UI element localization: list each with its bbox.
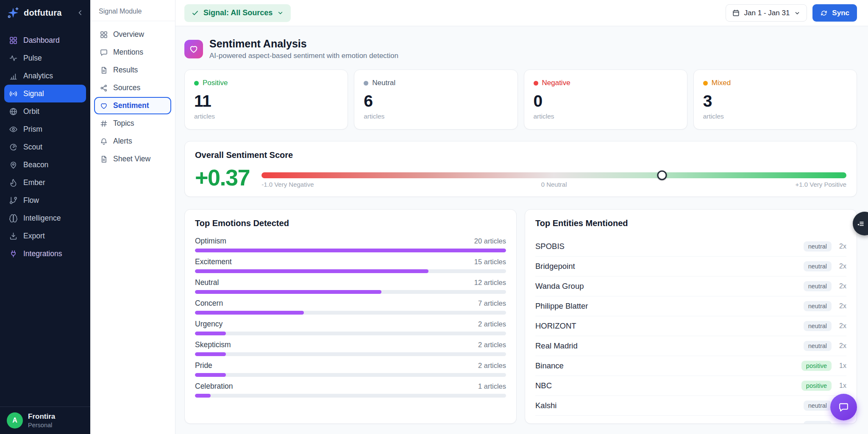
sidebar-item-beacon[interactable]: Beacon xyxy=(4,156,86,174)
stat-value: 3 xyxy=(703,92,847,111)
primary-nav: DashboardPulseAnalyticsSignalOrbitPrismS… xyxy=(0,25,90,268)
neutral-dot-icon xyxy=(364,81,368,86)
sentiment-stats-row: Positive11articlesNeutral6articlesNegati… xyxy=(184,69,857,130)
stat-card-positive: Positive11articles xyxy=(184,69,348,130)
module-item-sentiment[interactable]: Sentiment xyxy=(94,97,171,114)
stat-value: 0 xyxy=(534,92,678,111)
emotion-count: 7 articles xyxy=(478,299,506,307)
sidebar-item-analytics[interactable]: Analytics xyxy=(4,67,86,85)
emotion-row-concern: Concern7 articles xyxy=(195,299,506,315)
entity-name: Wanda Group xyxy=(535,282,584,291)
sheet-view-icon xyxy=(100,155,108,163)
sidebar-item-flow[interactable]: Flow xyxy=(4,191,86,209)
sidebar-item-label: Ember xyxy=(23,178,45,187)
beacon-icon xyxy=(9,160,18,169)
emotion-label: Skepticism xyxy=(195,340,231,349)
sentiment-badge: neutral xyxy=(804,421,832,424)
sidebar-item-intelligence[interactable]: Intelligence xyxy=(4,209,86,227)
module-item-topics[interactable]: Topics xyxy=(94,115,171,132)
top-emotions-card: Top Emotions Detected Optimism20 article… xyxy=(184,209,517,424)
dotfutura-logo-icon xyxy=(7,6,19,19)
app-name: dotfutura xyxy=(24,8,72,18)
page-title: Sentiment Analysis xyxy=(209,38,398,50)
page-subtitle: AI-powered aspect-based sentiment with e… xyxy=(209,52,398,60)
intelligence-icon xyxy=(9,214,18,223)
emotion-label: Excitement xyxy=(195,257,232,266)
sync-button[interactable]: Sync xyxy=(812,4,857,22)
emotion-bar-fill xyxy=(195,311,304,315)
alerts-icon xyxy=(100,137,108,146)
module-item-results[interactable]: Results xyxy=(94,61,171,79)
content: Sentiment Analysis AI-powered aspect-bas… xyxy=(175,26,868,424)
signal-icon xyxy=(9,89,18,98)
sidebar-item-label: Intelligence xyxy=(23,214,61,223)
stat-unit: articles xyxy=(534,113,678,120)
entity-name: SPOBIS xyxy=(535,242,565,251)
sentiment-scale: -1.0 Very Negative 0 Neutral +1.0 Very P… xyxy=(262,172,846,188)
date-range-select[interactable]: Jan 1 - Jan 31 xyxy=(726,4,807,22)
sidebar-item-label: Analytics xyxy=(23,72,53,80)
module-item-label: Topics xyxy=(113,119,134,128)
collapse-sidebar-button[interactable] xyxy=(76,8,84,17)
stat-label: Mixed xyxy=(712,79,731,87)
chat-icon xyxy=(838,401,849,413)
sidebar-item-pulse[interactable]: Pulse xyxy=(4,49,86,67)
sentiment-badge: neutral xyxy=(804,261,832,271)
chevron-down-icon xyxy=(277,9,284,17)
sidebar-item-orbit[interactable]: Orbit xyxy=(4,102,86,120)
sidebar-item-label: Export xyxy=(23,232,45,240)
scale-labels: -1.0 Very Negative 0 Neutral +1.0 Very P… xyxy=(262,181,846,188)
sidebar-item-label: Flow xyxy=(23,196,39,205)
sidebar-item-integrations[interactable]: Integrations xyxy=(4,245,86,263)
avatar: A xyxy=(7,412,23,428)
emotion-bar-track xyxy=(195,290,506,294)
sidebar-item-signal[interactable]: Signal xyxy=(4,85,86,102)
scale-max-label: +1.0 Very Positive xyxy=(796,181,846,188)
emotions-title: Top Emotions Detected xyxy=(195,218,506,228)
date-range-label: Jan 1 - Jan 31 xyxy=(744,9,790,17)
user-profile[interactable]: A Frontira Personal xyxy=(0,406,90,434)
stat-card-mixed: Mixed3articles xyxy=(693,69,857,130)
topbar: Signal: All Sources Jan 1 - Jan 31 Sync xyxy=(175,0,868,26)
module-item-mentions[interactable]: Mentions xyxy=(94,44,171,61)
emotion-label: Optimism xyxy=(195,237,226,246)
emotion-row-skepticism: Skepticism2 articles xyxy=(195,340,506,356)
sidebar-item-export[interactable]: Export xyxy=(4,227,86,245)
sidebar-item-label: Prism xyxy=(23,125,42,134)
source-filter-chip[interactable]: Signal: All Sources xyxy=(184,4,291,22)
sync-label: Sync xyxy=(832,9,849,17)
check-icon xyxy=(191,9,199,17)
module-item-sources[interactable]: Sources xyxy=(94,79,171,97)
module-item-overview[interactable]: Overview xyxy=(94,26,171,43)
chat-fab[interactable] xyxy=(830,394,857,420)
emotion-count: 2 articles xyxy=(478,362,506,370)
sentiment-badge: positive xyxy=(801,361,832,371)
module-item-label: Sheet View xyxy=(113,155,150,163)
page-header: Sentiment Analysis AI-powered aspect-bas… xyxy=(184,38,857,60)
emotion-bar-fill xyxy=(195,332,226,335)
sentiment-badge: neutral xyxy=(804,321,832,331)
sidebar-item-prism[interactable]: Prism xyxy=(4,120,86,138)
stat-unit: articles xyxy=(703,113,847,120)
emotion-bar-fill xyxy=(195,373,226,377)
sidebar-item-dashboard[interactable]: Dashboard xyxy=(4,31,86,49)
source-filter-label: Signal: All Sources xyxy=(203,8,273,17)
overall-score-title: Overall Sentiment Score xyxy=(195,150,846,160)
mentions-icon xyxy=(100,48,108,57)
score-slider-knob[interactable] xyxy=(657,171,667,180)
sidebar-item-label: Pulse xyxy=(23,54,42,63)
module-title: Signal Module xyxy=(90,0,175,21)
topics-icon xyxy=(100,119,108,128)
sentiment-badge: positive xyxy=(801,381,832,391)
entity-name: Kalshi xyxy=(535,401,556,410)
module-item-alerts[interactable]: Alerts xyxy=(94,133,171,150)
sidebar-item-ember[interactable]: Ember xyxy=(4,174,86,191)
scout-icon xyxy=(9,143,18,152)
sidebar-item-label: Integrations xyxy=(23,249,62,258)
module-item-sheet-view[interactable]: Sheet View xyxy=(94,150,171,168)
sidebar-item-label: Signal xyxy=(23,89,44,98)
entity-row-nbc: NBCpositive1x xyxy=(535,376,846,396)
sidebar-item-scout[interactable]: Scout xyxy=(4,138,86,156)
entity-name: NBC xyxy=(535,381,552,390)
chevron-down-icon xyxy=(794,10,801,17)
